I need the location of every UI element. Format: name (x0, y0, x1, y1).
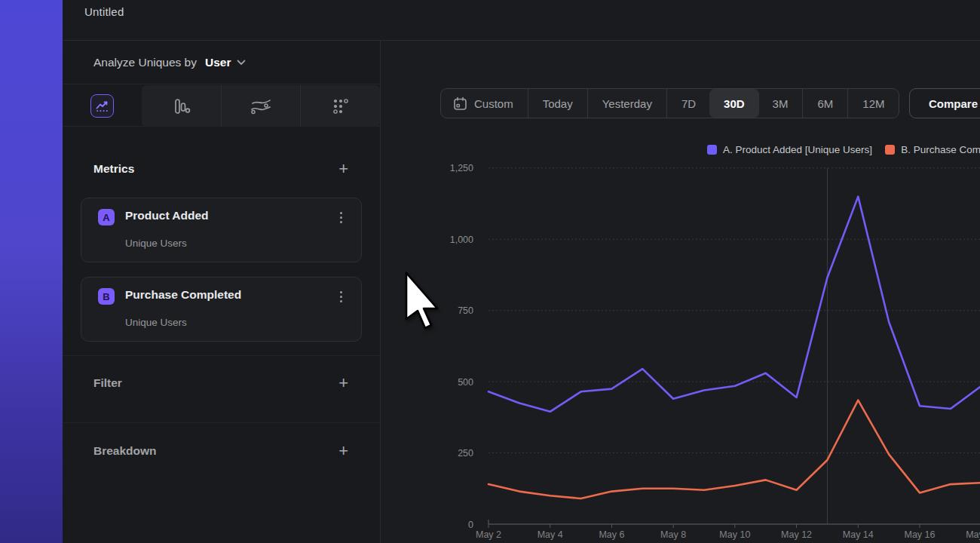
report-title[interactable]: Untitled (84, 5, 124, 18)
query-sidebar: Analyze Uniques by User (63, 41, 381, 543)
x-axis-tick-label: May 8 (660, 529, 686, 540)
breakdown-title: Breakdown (93, 444, 157, 458)
range-7d[interactable]: 7D (666, 89, 710, 118)
x-axis-tick-label: May 2 (476, 529, 501, 540)
kebab-menu-icon[interactable] (334, 207, 348, 227)
analyze-label: Analyze Uniques by (93, 56, 197, 69)
y-axis-tick-label: 500 (458, 377, 473, 388)
series-line-a[interactable] (488, 197, 980, 412)
tab-bar-chart[interactable] (142, 85, 221, 127)
date-range-picker: Custom Today Yesterday 7D 30D 3M 6M 12M (440, 88, 899, 118)
metrics-title: Metrics (93, 162, 134, 176)
y-axis-tick-label: 250 (458, 448, 473, 459)
add-metric-button[interactable]: + (338, 161, 348, 176)
section-divider (63, 422, 380, 423)
analyze-row: Analyze Uniques by User (63, 41, 380, 84)
chevron-down-icon[interactable] (237, 60, 246, 66)
series-line-b[interactable] (488, 400, 980, 499)
y-axis-tick-label: 1,000 (450, 235, 473, 245)
tab-line-chart[interactable] (63, 84, 142, 127)
range-label: Custom (474, 97, 513, 110)
line-chart-icon (90, 94, 114, 118)
chart-type-tab-group (142, 85, 380, 127)
app-window: Untitled Analyze Uniques by User (0, 0, 980, 543)
metric-subtitle[interactable]: Unique Users (125, 317, 187, 328)
flows-icon (250, 97, 271, 115)
metric-name[interactable]: Purchase Completed (125, 288, 241, 302)
mouse-cursor (404, 272, 442, 333)
filter-header: Filter + (93, 376, 348, 391)
add-breakdown-button[interactable]: + (338, 443, 348, 459)
section-divider (63, 355, 380, 356)
x-axis-tick-label: May 14 (843, 529, 874, 540)
range-today[interactable]: Today (528, 89, 587, 118)
range-6m[interactable]: 6M (802, 89, 847, 118)
chart-panel: Custom Today Yesterday 7D 30D 3M 6M 12M … (381, 41, 980, 543)
x-axis-tick-label: May 12 (781, 529, 812, 540)
chart-canvas[interactable]: 02505007501,0001,250May 2May 4May 6May 8… (381, 128, 980, 543)
metric-badge-a: A (98, 209, 115, 225)
tab-grid-metrics[interactable] (300, 85, 380, 127)
analyze-value-dropdown[interactable]: User (205, 56, 231, 69)
metric-card-b[interactable]: B Purchase Completed Unique Users (81, 277, 362, 342)
y-axis-tick-label: 750 (458, 305, 473, 316)
grid-dots-icon (331, 97, 351, 116)
y-axis-tick-label: 1,250 (450, 163, 473, 173)
bar-chart-icon (171, 97, 191, 116)
calendar-icon (453, 97, 467, 111)
x-axis-tick-label: May 4 (537, 529, 563, 540)
tab-flows[interactable] (221, 85, 301, 127)
decorative-gradient-strip (0, 0, 63, 543)
range-3m[interactable]: 3M (758, 89, 803, 118)
range-30d-selected[interactable]: 30D (709, 89, 759, 118)
compare-button[interactable]: Compare (909, 88, 980, 118)
x-axis-tick-label: May 16 (904, 529, 935, 540)
range-custom[interactable]: Custom (441, 89, 528, 118)
chart-type-tabs (63, 84, 380, 127)
y-axis-tick-label: 0 (468, 520, 473, 530)
top-bar: Untitled (63, 0, 980, 41)
range-12m[interactable]: 12M (847, 89, 899, 118)
kebab-menu-icon[interactable] (334, 287, 348, 306)
breakdown-header: Breakdown + (93, 443, 348, 459)
x-axis-tick-label: May 6 (599, 529, 624, 540)
range-yesterday[interactable]: Yesterday (587, 89, 666, 118)
metric-name[interactable]: Product Added (125, 209, 209, 222)
x-axis-tick-label: May 10 (719, 529, 750, 540)
metric-card-a[interactable]: A Product Added Unique Users (81, 198, 362, 262)
metrics-header: Metrics + (93, 161, 348, 176)
filter-title: Filter (93, 376, 122, 390)
metric-badge-b: B (98, 288, 115, 305)
x-axis-tick-label: May 18 (966, 529, 980, 540)
line-chart[interactable]: 02505007501,0001,250May 2May 4May 6May 8… (381, 128, 980, 543)
metric-subtitle[interactable]: Unique Users (125, 238, 187, 249)
add-filter-button[interactable]: + (338, 376, 348, 391)
